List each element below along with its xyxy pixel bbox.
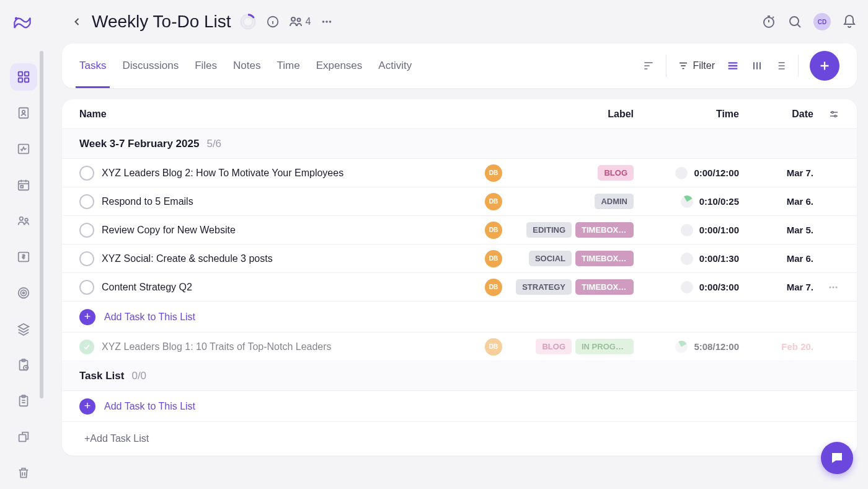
- label-tag[interactable]: EDITING: [526, 222, 572, 238]
- sidebar-money-icon[interactable]: [10, 243, 37, 271]
- svg-rect-9: [20, 186, 23, 188]
- svg-point-0: [15, 17, 18, 20]
- sidebar-scrollbar[interactable]: [40, 51, 43, 398]
- svg-rect-2: [25, 72, 29, 76]
- svg-point-30: [326, 20, 328, 23]
- date-cell[interactable]: Mar 5.: [739, 225, 813, 235]
- assignee-avatar[interactable]: DB: [485, 193, 502, 210]
- time-cell[interactable]: 0:00/3:00: [634, 281, 739, 294]
- filter-button[interactable]: Filter: [678, 60, 715, 71]
- tab-time[interactable]: Time: [277, 43, 300, 88]
- task-checkbox[interactable]: [79, 166, 94, 181]
- add-task-list-button[interactable]: +Add Task List: [62, 422, 857, 455]
- task-checkbox[interactable]: [79, 194, 94, 209]
- svg-point-13: [19, 288, 29, 298]
- time-ring-icon: [681, 253, 693, 265]
- task-row[interactable]: Respond to 5 EmailsDBADMIN0:10/0:25Mar 6…: [62, 187, 857, 216]
- sidebar-person-icon[interactable]: [10, 99, 37, 127]
- time-cell[interactable]: 0:00/1:00: [634, 224, 739, 236]
- add-task-label[interactable]: Add Task to This List: [104, 312, 195, 323]
- progress-ring-icon[interactable]: [239, 12, 257, 31]
- svg-point-14: [20, 290, 26, 295]
- time-cell[interactable]: 0:10/0:25: [634, 195, 739, 208]
- assignee-avatar[interactable]: DB: [485, 164, 502, 182]
- task-row[interactable]: XYZ Leaders Blog 2: How To Motivate Your…: [62, 159, 857, 187]
- task-row[interactable]: XYZ Leaders Blog 1: 10 Traits of Top-Not…: [62, 333, 857, 361]
- task-checkbox[interactable]: [79, 339, 94, 354]
- assignee-avatar[interactable]: DB: [485, 338, 502, 356]
- assignee-avatar[interactable]: DB: [485, 279, 502, 296]
- date-cell[interactable]: Mar 6.: [739, 253, 813, 264]
- date-cell[interactable]: Feb 20.: [739, 341, 813, 352]
- sort-icon[interactable]: [642, 60, 655, 72]
- avatar[interactable]: CD: [813, 13, 831, 30]
- sidebar-target-icon[interactable]: [10, 279, 37, 307]
- sidebar-team-icon[interactable]: [10, 207, 37, 235]
- task-row[interactable]: Content Strategy Q2DBSTRATEGYTIMEBOX T…0…: [62, 273, 857, 302]
- label-tag[interactable]: ADMIN: [595, 194, 634, 209]
- label-tag[interactable]: STRATEGY: [516, 279, 572, 295]
- label-tag[interactable]: IN PROGRE…: [575, 339, 634, 354]
- add-task-button[interactable]: +: [79, 398, 95, 415]
- group-header[interactable]: Week 3-7 February 20255/6: [62, 129, 857, 159]
- tab-discussions[interactable]: Discussions: [122, 43, 179, 88]
- search-icon[interactable]: [787, 14, 802, 29]
- sidebar-trash-icon[interactable]: [10, 459, 37, 487]
- group-header[interactable]: Task List0/0: [62, 361, 857, 391]
- row-more-icon[interactable]: [813, 281, 839, 294]
- add-button[interactable]: [810, 51, 839, 81]
- stopwatch-icon[interactable]: [761, 14, 776, 29]
- task-name: Content Strategy Q2: [102, 282, 485, 293]
- label-tag[interactable]: TIMEBOX T…: [575, 222, 634, 238]
- label-tag[interactable]: TIMEBOX T…: [575, 251, 634, 266]
- time-ring-icon: [675, 167, 688, 179]
- column-settings-icon[interactable]: [813, 109, 839, 120]
- label-tag[interactable]: SOCIAL: [529, 251, 572, 266]
- people-icon[interactable]: 4: [288, 14, 311, 29]
- time-cell[interactable]: 0:00/12:00: [634, 167, 739, 179]
- tab-files[interactable]: Files: [195, 43, 217, 88]
- column-view-icon[interactable]: [751, 60, 763, 72]
- back-button[interactable]: [67, 12, 87, 32]
- sidebar-clipboard-icon[interactable]: [10, 387, 37, 415]
- assignee-avatar[interactable]: DB: [485, 222, 502, 239]
- task-checkbox[interactable]: [79, 280, 94, 295]
- tab-notes[interactable]: Notes: [233, 43, 260, 88]
- date-cell[interactable]: Mar 7.: [739, 168, 813, 178]
- task-checkbox[interactable]: [79, 251, 94, 266]
- time-cell[interactable]: 0:00/1:30: [634, 253, 739, 265]
- time-cell[interactable]: 5:08/12:00: [634, 341, 739, 353]
- tab-tasks[interactable]: Tasks: [79, 43, 106, 88]
- date-cell[interactable]: Mar 6.: [739, 196, 813, 207]
- list-view-icon[interactable]: [726, 59, 740, 73]
- label-tag[interactable]: TIMEBOX T…: [575, 279, 634, 295]
- more-icon[interactable]: [320, 15, 334, 29]
- task-checkbox[interactable]: [79, 223, 94, 238]
- sidebar-calendar-icon[interactable]: [10, 171, 37, 199]
- label-tag[interactable]: BLOG: [598, 165, 634, 181]
- date-cell[interactable]: Mar 7.: [739, 282, 813, 292]
- sidebar-layers-icon[interactable]: [10, 315, 37, 343]
- chat-fab[interactable]: [821, 442, 853, 474]
- tab-activity[interactable]: Activity: [378, 43, 412, 88]
- compact-view-icon[interactable]: [774, 60, 787, 72]
- sidebar-export-icon[interactable]: [10, 423, 37, 451]
- tab-expenses[interactable]: Expenses: [316, 43, 363, 88]
- sidebar-clipboard-time-icon[interactable]: [10, 351, 37, 379]
- bell-icon[interactable]: [842, 14, 857, 29]
- info-icon[interactable]: [266, 15, 280, 29]
- svg-point-36: [830, 286, 831, 288]
- label-tag[interactable]: BLOG: [536, 339, 572, 354]
- assignee-avatar[interactable]: DB: [485, 250, 502, 267]
- sidebar-activity-icon[interactable]: [10, 135, 37, 163]
- topbar: Weekly To-Do List 4 CD: [62, 0, 868, 43]
- sidebar-grid-icon[interactable]: [10, 63, 37, 91]
- task-row[interactable]: XYZ Social: Create & schedule 3 postsDBS…: [62, 244, 857, 273]
- task-row[interactable]: Review Copy for New WebsiteDBEDITINGTIME…: [62, 216, 857, 244]
- time-text: 0:00/1:00: [699, 225, 739, 235]
- time-text: 0:10/0:25: [699, 196, 739, 207]
- sidebar: [0, 0, 45, 489]
- add-task-button[interactable]: +: [79, 309, 95, 325]
- add-task-label[interactable]: Add Task to This List: [104, 401, 195, 412]
- app-logo[interactable]: [11, 11, 33, 34]
